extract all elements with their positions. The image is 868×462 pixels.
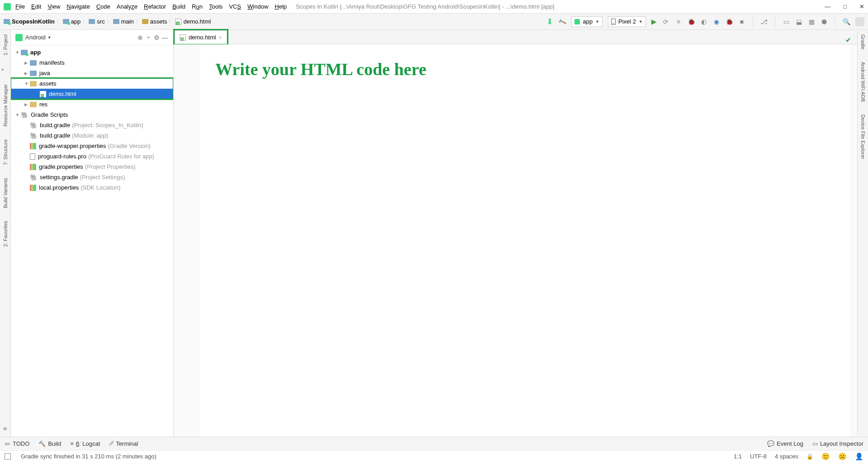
bottom-tab-layout-inspector[interactable]: ▭Layout Inspector — [812, 440, 863, 447]
menu-tools[interactable]: Tools — [209, 3, 223, 10]
project-tree[interactable]: ▼app ▶manifests ▶java ▼assets demo.html … — [11, 45, 173, 437]
structure-icon[interactable]: ⬢ — [821, 18, 828, 25]
menu-help[interactable]: Help — [275, 3, 287, 10]
cursor-position[interactable]: 1:1 — [734, 453, 742, 460]
tree-assets[interactable]: ▼assets — [11, 78, 173, 89]
navigation-bar: ScopesInKotlin〉 app〉 src〉 main〉 assets〉 … — [0, 14, 868, 30]
html-file-icon — [180, 34, 186, 41]
tree-res[interactable]: ▶res — [11, 99, 173, 110]
readonly-lock-icon[interactable]: 🔒 — [806, 453, 813, 460]
crumb-main[interactable]: main — [113, 18, 134, 25]
sad-face-icon[interactable]: ☹️ — [838, 452, 847, 461]
gradle-icon: 🐘 — [21, 111, 28, 119]
stop-icon[interactable]: ■ — [738, 18, 745, 25]
tree-build-gradle-project[interactable]: 🐘build.gradle(Project: Scopes_In_Kotlin) — [11, 120, 173, 130]
minimize-button[interactable]: — — [825, 3, 830, 10]
crumb-src[interactable]: src — [89, 18, 104, 25]
menu-run[interactable]: Run — [192, 3, 203, 10]
project-view-mode[interactable]: Android — [25, 34, 46, 41]
resource-manager-icon[interactable]: ▦ — [808, 18, 815, 25]
bottom-tab-logcat[interactable]: ≡6: Logcat — [70, 440, 100, 447]
tree-wrapper-properties[interactable]: gradle-wrapper.properties(Gradle Version… — [11, 141, 173, 151]
file-encoding[interactable]: UTF-8 — [750, 453, 767, 460]
device-select[interactable]: Pixel 2 ▼ — [608, 16, 646, 27]
git-icon[interactable]: ⎇ — [760, 18, 768, 25]
crumb-project[interactable]: ScopesInKotlin — [4, 18, 55, 25]
editor-gutter — [174, 44, 199, 437]
menu-code[interactable]: Code — [96, 3, 110, 10]
left-tab-project[interactable]: 1: Project — [3, 33, 8, 57]
right-tab-device-file-explorer[interactable]: Device File Explorer — [860, 113, 866, 161]
tree-gradle-properties[interactable]: gradle.properties(Project Properties) — [11, 162, 173, 172]
tree-settings-gradle[interactable]: 🐘settings.gradle(Project Settings) — [11, 172, 173, 182]
menu-refactor[interactable]: Refactor — [144, 3, 166, 10]
right-tab-wifi-adb[interactable]: Android WiFi ADB — [860, 60, 866, 104]
tree-gradle-scripts[interactable]: ▼🐘Gradle Scripts — [11, 110, 173, 120]
crumb-app[interactable]: app — [63, 18, 81, 25]
right-tab-gradle[interactable]: Gradle — [860, 33, 866, 51]
bottom-tab-terminal[interactable]: ␥Terminal — [109, 440, 138, 448]
properties-icon — [30, 164, 36, 170]
tree-java[interactable]: ▶java — [11, 68, 173, 78]
close-button[interactable]: ✕ — [859, 3, 864, 10]
status-bar: Gradle sync finished in 31 s 210 ms (2 m… — [0, 450, 868, 462]
bottom-tab-event-log[interactable]: 💬Event Log — [767, 440, 803, 447]
tree-build-gradle-module[interactable]: 🐘build.gradle(Module: app) — [11, 130, 173, 141]
tree-proguard[interactable]: proguard-rules.pro(ProGuard Rules for ap… — [11, 151, 173, 162]
bookmark-icon[interactable]: ▪ — [2, 66, 9, 73]
search-icon[interactable]: 🔍 — [843, 18, 850, 25]
build-icon[interactable]: 🔨 — [558, 17, 567, 26]
avd-manager-icon[interactable]: ▭ — [783, 18, 790, 25]
run-button[interactable]: ▶ — [651, 18, 657, 26]
profiler-icon[interactable]: ◉ — [713, 18, 720, 25]
left-tab-build-variants[interactable]: Build Variants — [3, 176, 8, 210]
apply-changes-icon[interactable]: ⟳ — [662, 18, 669, 25]
status-box-icon[interactable] — [5, 453, 11, 460]
menu-file[interactable]: File — [15, 3, 25, 10]
apply-code-changes-icon[interactable]: ≡ — [675, 18, 682, 25]
crumb-assets[interactable]: assets — [142, 18, 167, 25]
maximize-button[interactable]: □ — [843, 3, 847, 10]
editor-body[interactable]: Write your HTML code here — [174, 44, 857, 437]
left-tab-resource-manager[interactable]: Resource Manager — [3, 82, 8, 129]
attach-debugger-icon[interactable]: 🐞 — [726, 18, 733, 25]
android-studio-logo-icon — [4, 3, 11, 10]
star-icon[interactable]: ★ — [2, 425, 8, 432]
hector-icon[interactable]: 👤 — [855, 452, 863, 461]
menu-edit[interactable]: Edit — [31, 3, 41, 10]
inspection-ok-icon[interactable]: ✔ — [845, 36, 854, 44]
tree-demo-html[interactable]: demo.html — [11, 89, 173, 99]
select-opened-file-icon[interactable]: ⊕ — [136, 33, 144, 42]
tree-app[interactable]: ▼app — [11, 47, 173, 57]
hide-tool-window-icon[interactable]: — — [161, 33, 169, 42]
editor-tab-demo-html[interactable]: demo.html × — [175, 30, 227, 44]
menu-view[interactable]: View — [47, 3, 60, 10]
indent-setting[interactable]: 4 spaces — [775, 453, 798, 460]
debug-icon[interactable]: 🐞 — [688, 18, 695, 25]
menu-window[interactable]: Window — [247, 3, 268, 10]
menu-navigate[interactable]: Navigate — [66, 3, 90, 10]
tree-manifests[interactable]: ▶manifests — [11, 57, 173, 68]
bottom-tab-build[interactable]: 🔨Build — [38, 440, 61, 447]
status-message: Gradle sync finished in 31 s 210 ms (2 m… — [21, 453, 157, 460]
left-tab-favorites[interactable]: 2: Favorites — [3, 219, 8, 248]
file-icon — [30, 153, 35, 160]
avatar-icon[interactable] — [855, 17, 864, 26]
close-tab-icon[interactable]: × — [219, 34, 222, 41]
menu-vcs[interactable]: VCS — [229, 3, 241, 10]
run-config-select[interactable]: app ▼ — [571, 16, 602, 27]
menu-build[interactable]: Build — [172, 3, 185, 10]
menu-analyze[interactable]: Analyze — [117, 3, 138, 10]
scroll-from-source-icon[interactable]: ÷ — [144, 33, 152, 42]
coverage-icon[interactable]: ◐ — [700, 18, 707, 25]
editor-tabs: demo.html × ✔ — [174, 30, 857, 44]
project-settings-icon[interactable]: ⚙ — [152, 33, 161, 42]
happy-face-icon[interactable]: 🙂 — [821, 452, 830, 461]
left-tab-structure[interactable]: 7: Structure — [3, 138, 8, 167]
properties-icon — [30, 185, 36, 191]
sdk-manager-icon[interactable]: ⬓ — [795, 18, 802, 25]
bottom-tab-todo[interactable]: ≔TODO — [5, 440, 29, 447]
crumb-file[interactable]: demo.html — [175, 18, 211, 25]
sync-icon[interactable]: ⬇ — [546, 17, 553, 27]
tree-local-properties[interactable]: local.properties(SDK Location) — [11, 182, 173, 193]
